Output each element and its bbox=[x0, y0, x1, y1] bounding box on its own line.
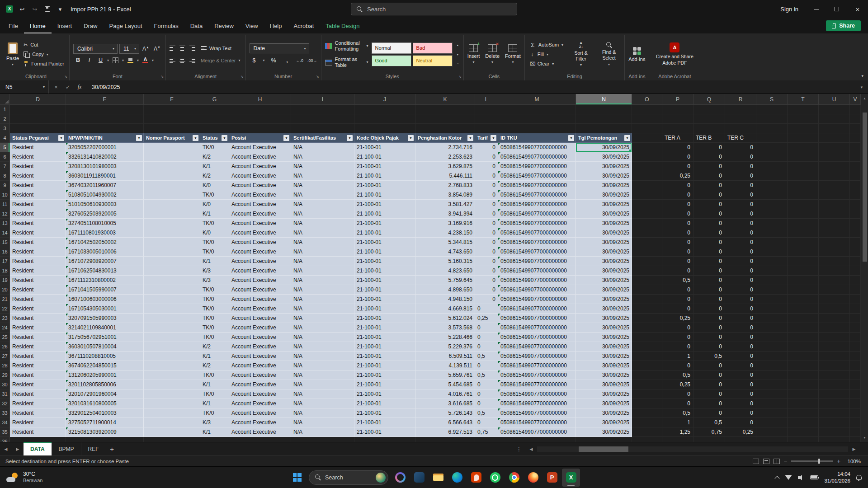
cell-G20[interactable]: TK/0 bbox=[200, 285, 229, 295]
cell-I24[interactable]: N/A bbox=[291, 323, 354, 333]
cell-T36[interactable] bbox=[788, 437, 819, 442]
copy-button[interactable]: Copy▾ bbox=[22, 50, 66, 59]
cell-K29[interactable]: 5.659.761 bbox=[415, 371, 475, 380]
cell-G5[interactable]: TK/0 bbox=[200, 143, 229, 152]
cell-H12[interactable]: Account Executive bbox=[229, 209, 291, 219]
filter-icon[interactable]: ▼ bbox=[283, 135, 289, 141]
font-dialog-launcher-icon[interactable]: ↘ bbox=[160, 75, 164, 79]
cell-V22[interactable] bbox=[850, 304, 861, 314]
cell-U30[interactable] bbox=[819, 380, 850, 389]
cell-U9[interactable] bbox=[819, 181, 850, 190]
styles-gallery-down-icon[interactable]: ▾ bbox=[457, 53, 459, 56]
cell-O17[interactable] bbox=[632, 257, 662, 266]
cell-H3[interactable] bbox=[229, 124, 291, 133]
cell-R11[interactable]: 0 bbox=[725, 200, 756, 209]
cell-Q36[interactable] bbox=[693, 437, 725, 442]
formula-bar-expand-icon[interactable]: ▾ bbox=[855, 80, 868, 94]
number-dialog-launcher-icon[interactable]: ↘ bbox=[316, 75, 319, 79]
cell-Q32[interactable]: 0 bbox=[693, 399, 725, 408]
cell-N2[interactable] bbox=[576, 114, 632, 124]
cell-L12[interactable]: 0 bbox=[475, 209, 498, 219]
cell-H19[interactable]: Account Executive bbox=[229, 276, 291, 285]
cell-H5[interactable]: Account Executive bbox=[229, 143, 291, 152]
cell-G32[interactable]: K/1 bbox=[200, 399, 229, 408]
cell-E21[interactable]: 1607100603000006 bbox=[66, 295, 144, 304]
cell-I15[interactable]: N/A bbox=[291, 238, 354, 247]
cell-L6[interactable]: 0 bbox=[475, 152, 498, 162]
cell-U21[interactable] bbox=[819, 295, 850, 304]
cell-O15[interactable] bbox=[632, 238, 662, 247]
create-share-pdf-button[interactable]: ACreate and Share Adobe PDF bbox=[653, 42, 696, 66]
cell-N1[interactable] bbox=[576, 105, 632, 114]
cell-O7[interactable] bbox=[632, 162, 662, 171]
cell-T10[interactable] bbox=[788, 190, 819, 200]
cell-V12[interactable] bbox=[850, 209, 861, 219]
row-header-29[interactable]: 29 bbox=[0, 371, 10, 380]
ribbon-tab-table-design[interactable]: Table Design bbox=[320, 18, 365, 33]
cell-M24[interactable]: 0508615499077000000000 bbox=[498, 323, 576, 333]
cell-J18[interactable]: 21-100-01 bbox=[354, 266, 415, 276]
cell-P10[interactable]: 0 bbox=[662, 190, 693, 200]
cell-V27[interactable] bbox=[850, 352, 861, 361]
cell-H26[interactable]: Account Executive bbox=[229, 342, 291, 352]
cell-I9[interactable]: N/A bbox=[291, 181, 354, 190]
cell-S21[interactable] bbox=[756, 295, 788, 304]
outlook-icon[interactable] bbox=[410, 469, 428, 487]
cell-K18[interactable]: 4.823.650 bbox=[415, 266, 475, 276]
row-header-30[interactable]: 30 bbox=[0, 380, 10, 389]
cell-F20[interactable] bbox=[144, 285, 200, 295]
cancel-icon[interactable]: × bbox=[51, 84, 61, 90]
cell-M15[interactable]: 0508615499077000000000 bbox=[498, 238, 576, 247]
cell-K10[interactable]: 3.854.089 bbox=[415, 190, 475, 200]
cell-N18[interactable]: 30/09/2025 bbox=[576, 266, 632, 276]
ribbon-tab-view[interactable]: View bbox=[240, 18, 264, 33]
cell-N23[interactable]: 30/09/2025 bbox=[576, 314, 632, 323]
clipboard-dialog-launcher-icon[interactable]: ↘ bbox=[64, 75, 67, 79]
cell-F32[interactable] bbox=[144, 399, 200, 408]
cell-M30[interactable]: 0508615499077000000000 bbox=[498, 380, 576, 389]
cell-F19[interactable] bbox=[144, 276, 200, 285]
cell-D22[interactable]: Resident bbox=[10, 304, 66, 314]
cell-U29[interactable] bbox=[819, 371, 850, 380]
cell-T35[interactable] bbox=[788, 427, 819, 437]
share-button[interactable]: Share bbox=[826, 20, 861, 31]
filter-icon[interactable]: ▼ bbox=[467, 135, 473, 141]
cell-Q2[interactable] bbox=[693, 114, 725, 124]
cell-V34[interactable] bbox=[850, 418, 861, 427]
cell-M23[interactable]: 0508615499077000000000 bbox=[498, 314, 576, 323]
cell-P8[interactable]: 0,25 bbox=[662, 171, 693, 181]
cell-S2[interactable] bbox=[756, 114, 788, 124]
cell-U6[interactable] bbox=[819, 152, 850, 162]
cell-O11[interactable] bbox=[632, 200, 662, 209]
cell-N11[interactable]: 30/09/2025 bbox=[576, 200, 632, 209]
cell-R20[interactable]: 0 bbox=[725, 285, 756, 295]
cell-L21[interactable]: 0 bbox=[475, 295, 498, 304]
cell-V7[interactable] bbox=[850, 162, 861, 171]
bold-button[interactable]: B bbox=[73, 56, 83, 65]
cell-E33[interactable]: 3329012504010003 bbox=[66, 408, 144, 418]
ribbon-tab-page-layout[interactable]: Page Layout bbox=[104, 18, 148, 33]
cell-E1[interactable] bbox=[66, 105, 144, 114]
cell-Q5[interactable]: 0 bbox=[693, 143, 725, 152]
cell-V30[interactable] bbox=[850, 380, 861, 389]
cell-G17[interactable]: K/1 bbox=[200, 257, 229, 266]
find-select-button[interactable]: Find & Select▾ bbox=[597, 42, 621, 66]
cell-U17[interactable] bbox=[819, 257, 850, 266]
cell-K22[interactable]: 4.669.815 bbox=[415, 304, 475, 314]
cell-U12[interactable] bbox=[819, 209, 850, 219]
cell-E18[interactable]: 1671062504830013 bbox=[66, 266, 144, 276]
normal-view-icon[interactable] bbox=[753, 459, 759, 464]
zoom-level[interactable]: 100% bbox=[844, 459, 861, 464]
italic-button[interactable]: I bbox=[85, 56, 94, 65]
cell-P12[interactable]: 0 bbox=[662, 209, 693, 219]
cell-J3[interactable] bbox=[354, 124, 415, 133]
cell-F15[interactable] bbox=[144, 238, 200, 247]
cell-Q22[interactable]: 0 bbox=[693, 304, 725, 314]
edge-icon[interactable] bbox=[448, 469, 466, 487]
cell-J19[interactable]: 21-100-01 bbox=[354, 276, 415, 285]
cell-F27[interactable] bbox=[144, 352, 200, 361]
cell-I21[interactable]: N/A bbox=[291, 295, 354, 304]
cell-U20[interactable] bbox=[819, 285, 850, 295]
style-normal[interactable]: Normal bbox=[372, 42, 411, 54]
cell-H30[interactable]: Account Executive bbox=[229, 380, 291, 389]
